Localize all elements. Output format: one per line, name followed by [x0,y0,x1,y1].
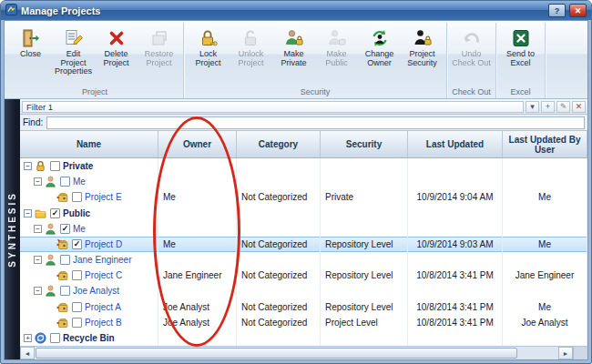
filter-dropdown-button[interactable]: ▾ [526,101,539,113]
restore-project-button[interactable]: Restore Project [138,24,180,69]
row-checkbox[interactable] [72,302,82,312]
row-checkbox[interactable] [50,333,60,343]
cell-last-updated [408,206,503,221]
row-checkbox[interactable] [50,208,60,218]
find-input[interactable] [46,116,585,129]
project-icon [56,301,69,313]
close-button[interactable]: Close [9,24,52,61]
column-header-security[interactable]: Security [321,131,408,157]
app-icon [5,3,17,19]
row-name-label: Project C [85,270,122,280]
cell-security [321,221,408,237]
project-icon [56,269,69,281]
table-row-public[interactable]: −Public [20,206,587,221]
cell-name: −Me [20,174,158,189]
ribbon-toolbar: CloseEdit Project PropertiesDelete Proje… [5,21,587,99]
row-name-label: Project E [85,192,122,202]
edit-filter-button[interactable]: ✎ [556,101,570,113]
collapse-toggle[interactable]: − [34,287,42,295]
cell-owner: Me [158,237,237,252]
add-filter-button[interactable]: + [541,101,555,113]
row-checkbox[interactable] [50,161,60,171]
grid-body: −Private−MeProject EMeNot CategorizedPri… [20,158,587,346]
manage-projects-window: Manage Projects ? ✕ CloseEdit Project Pr… [0,0,592,364]
table-row-me[interactable]: −Me [20,221,587,237]
change-owner-button[interactable]: Change Owner [358,24,401,69]
table-row-project-d[interactable]: Project DMeNot CategorizedRepository Lev… [20,237,587,252]
row-name-label: Public [63,208,90,218]
scroll-left-button[interactable]: ◄ [20,347,35,359]
scroll-thumb[interactable] [36,348,517,359]
table-row-project-a[interactable]: Project AJoe AnalystNot CategorizedRepos… [20,299,587,315]
change-owner-icon [370,27,390,48]
send-to-excel-button[interactable]: Send to Excel [499,24,542,69]
filter-name: Filter 1 [26,102,53,112]
ribbon-group-project: CloseEdit Project PropertiesDelete Proje… [6,23,184,98]
horizontal-scrollbar: ◄ ► [20,346,587,359]
row-checkbox[interactable] [72,318,82,328]
undo-check-out-button[interactable]: Undo Check Out [450,24,493,69]
help-button[interactable]: ? [548,4,566,17]
row-checkbox[interactable] [72,270,82,280]
filter-selector[interactable]: Filter 1 [22,101,524,113]
cell-security [321,330,408,346]
expand-toggle[interactable]: + [24,334,32,342]
row-checkbox[interactable] [60,224,70,234]
column-header-name[interactable]: Name [20,131,158,157]
lock-icon [199,27,219,48]
table-row-recycle-bin[interactable]: +Recycle Bin [20,330,587,346]
column-header-category[interactable]: Category [237,131,321,157]
table-row-project-c[interactable]: Project CJane EngineerNot CategorizedRep… [20,268,587,283]
collapse-toggle[interactable]: − [34,256,42,264]
row-name-label: Project A [85,302,121,312]
column-header-last-updated-by-user[interactable]: Last Updated By User [503,131,587,157]
find-bar: Find: [20,115,587,131]
cell-category: Not Categorized [237,237,321,252]
row-name-label: Me [73,224,86,234]
clear-filter-button[interactable]: ✕ [572,101,586,113]
table-row-project-b[interactable]: Project BJoe AnalystNot CategorizedProje… [20,315,587,330]
table-row-project-e[interactable]: Project EMeNot CategorizedPrivate10/9/20… [20,189,587,205]
row-checkbox[interactable] [72,192,82,202]
lock-project-button[interactable]: Lock Project [187,24,230,69]
make-public-icon [327,27,347,48]
row-checkbox[interactable] [60,255,70,265]
ribbon-spacer [546,23,586,98]
table-row-me[interactable]: −Me [20,174,587,189]
ribbon-group-excel: Send to ExcelExcel [496,23,546,98]
collapse-toggle[interactable]: − [24,162,32,170]
delete-project-button[interactable]: Delete Project [95,24,138,69]
column-header-last-updated[interactable]: Last Updated [408,131,503,157]
collapse-toggle[interactable]: − [24,209,32,217]
scroll-track[interactable] [35,347,558,359]
row-checkbox[interactable] [60,177,70,187]
unlock-project-button[interactable]: Unlock Project [230,24,272,69]
collapse-toggle[interactable]: − [34,177,42,186]
cell-owner [158,283,237,298]
make-public-button[interactable]: Make Public [315,24,358,69]
close-window-button[interactable]: ✕ [569,4,587,17]
ribbon-group-security: Lock ProjectUnlock ProjectMake PrivateMa… [184,23,447,98]
project-security-icon [413,27,433,48]
collapse-toggle[interactable]: − [34,225,42,233]
scrollbar-corner [573,347,587,359]
make-private-button[interactable]: Make Private [272,24,315,69]
row-checkbox[interactable] [72,239,82,249]
cell-owner: Jane Engineer [158,268,237,283]
cell-last-updated [408,283,503,298]
scroll-right-button[interactable]: ► [558,347,573,359]
project-icon [56,191,69,203]
table-row-joe-analyst[interactable]: −Joe Analyst [20,283,587,298]
cell-security [321,283,408,298]
lock-small-icon [35,160,47,172]
edit-project-properties-button[interactable]: Edit Project Properties [52,24,95,78]
person-icon [45,285,57,297]
table-row-jane-engineer[interactable]: −Jane Engineer [20,252,587,268]
cell-owner [158,158,237,174]
column-header-owner[interactable]: Owner [158,131,237,157]
row-checkbox[interactable] [60,286,70,296]
cell-security [321,158,408,174]
table-row-private[interactable]: −Private [20,158,587,174]
project-security-button[interactable]: Project Security [401,24,444,69]
excel-icon [511,27,531,48]
